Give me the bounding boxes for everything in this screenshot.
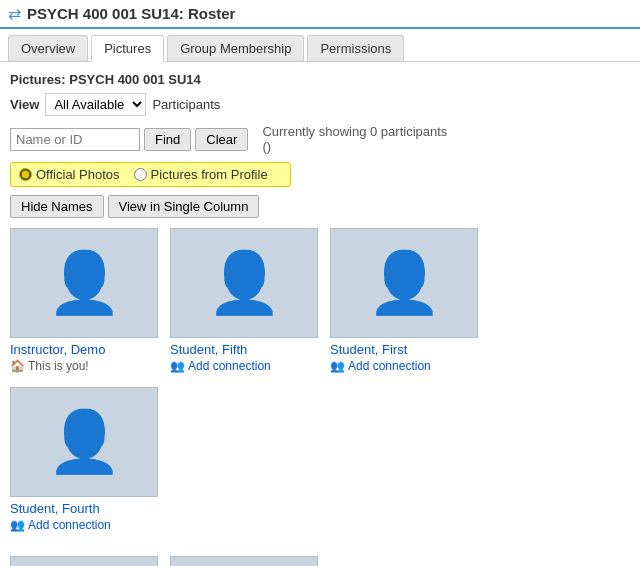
photos-grid: 👤 Instructor, Demo 🏠 This is you! 👤 Stud… <box>10 228 630 546</box>
participant-item: 👤 Student, First 👥 Add connection <box>330 228 485 373</box>
official-photos-label: Official Photos <box>36 167 120 182</box>
profile-photos-label: Pictures from Profile <box>151 167 268 182</box>
find-button[interactable]: Find <box>144 128 191 151</box>
person-silhouette-icon: 👤 <box>207 253 282 313</box>
official-photos-option[interactable]: Official Photos <box>19 167 120 182</box>
photo-type-selector: Official Photos Pictures from Profile <box>10 162 291 187</box>
photo-box: 👤 <box>330 228 478 338</box>
add-connection-icon: 👥 <box>330 359 345 373</box>
roster-icon: ⇄ <box>8 4 21 23</box>
participant-item: 👤 Student, Third 👥 Add connection <box>170 556 325 566</box>
person-name-link[interactable]: Student, First <box>330 342 485 357</box>
official-photos-radio[interactable] <box>19 168 32 181</box>
person-silhouette-icon: 👤 <box>47 253 122 313</box>
person-meta: 👥 Add connection <box>10 518 165 532</box>
clear-button[interactable]: Clear <box>195 128 248 151</box>
participant-item: 👤 Student, Fourth 👥 Add connection <box>10 387 165 532</box>
page-title: PSYCH 400 001 SU14: Roster <box>27 5 235 22</box>
participant-item: 👤 Instructor, Demo 🏠 This is you! <box>10 228 165 373</box>
person-name-link[interactable]: Instructor, Demo <box>10 342 165 357</box>
person-meta: 👥 Add connection <box>170 359 325 373</box>
search-input[interactable] <box>10 128 140 151</box>
tab-permissions[interactable]: Permissions <box>307 35 404 61</box>
section-title: Pictures: PSYCH 400 001 SU14 <box>10 72 630 87</box>
participants-label: Participants <box>152 97 220 112</box>
tab-group-membership[interactable]: Group Membership <box>167 35 304 61</box>
you-icon: 🏠 <box>10 359 25 373</box>
participant-item: 👤 Student, Fifth 👥 Add connection <box>170 228 325 373</box>
hide-names-button[interactable]: Hide Names <box>10 195 104 218</box>
person-silhouette-icon: 👤 <box>47 412 122 472</box>
person-name-link[interactable]: Student, Fifth <box>170 342 325 357</box>
add-connection-link[interactable]: Add connection <box>28 518 111 532</box>
photo-box: 👤 <box>170 556 318 566</box>
photo-box: 👤 <box>10 387 158 497</box>
tab-pictures[interactable]: Pictures <box>91 35 164 62</box>
status-text: Currently showing 0 participants () <box>262 124 447 154</box>
profile-photos-option[interactable]: Pictures from Profile <box>134 167 268 182</box>
view-single-column-button[interactable]: View in Single Column <box>108 195 260 218</box>
view-label: View <box>10 97 39 112</box>
person-name-link[interactable]: Student, Fourth <box>10 501 165 516</box>
view-select[interactable]: All Available <box>45 93 146 116</box>
participant-item: 👤 Student, Second 👥 Add connection <box>10 556 165 566</box>
photos-grid-row2: 👤 Student, Second 👥 Add connection 👤 Stu… <box>10 556 630 566</box>
photo-box: 👤 <box>10 556 158 566</box>
profile-photos-radio[interactable] <box>134 168 147 181</box>
add-connection-link[interactable]: Add connection <box>188 359 271 373</box>
you-label: 🏠 This is you! <box>10 359 165 373</box>
tab-bar: Overview Pictures Group Membership Permi… <box>0 29 640 62</box>
person-meta: 👥 Add connection <box>330 359 485 373</box>
add-connection-link[interactable]: Add connection <box>348 359 431 373</box>
person-silhouette-icon: 👤 <box>367 253 442 313</box>
tab-overview[interactable]: Overview <box>8 35 88 61</box>
add-connection-icon: 👥 <box>10 518 25 532</box>
add-connection-icon: 👥 <box>170 359 185 373</box>
photo-box: 👤 <box>10 228 158 338</box>
photo-box: 👤 <box>170 228 318 338</box>
